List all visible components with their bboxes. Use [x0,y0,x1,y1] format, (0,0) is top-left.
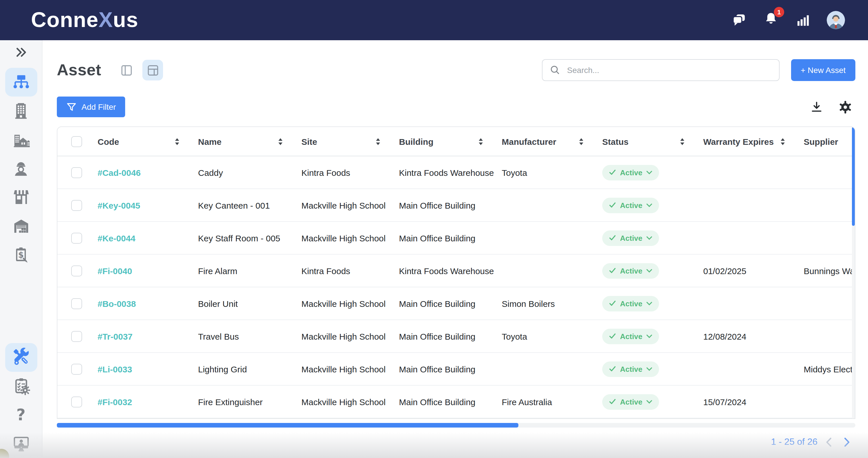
cell-supplier [798,320,856,352]
sort-icon[interactable] [175,138,180,145]
cell-code[interactable]: #Tr-0037 [92,320,192,352]
sidebar-item-work-orders[interactable] [5,372,37,401]
sort-icon[interactable] [278,138,283,145]
table-actions [809,99,856,115]
view-toggles [116,60,163,81]
column-header-code: Code [92,127,192,156]
select-all-header-cell [57,127,92,156]
notifications-button[interactable]: 1 [763,11,779,29]
chevron-right-icon[interactable] [839,434,854,449]
sort-icon[interactable] [375,138,381,145]
column-label-code: Code [98,137,119,146]
cell-warranty-expires [698,189,798,222]
add-filter-button[interactable]: Add Filter [57,96,125,117]
gear-icon[interactable] [838,99,853,115]
app-logo[interactable]: ConneXus [31,8,138,32]
sidebar-item-buildings[interactable] [5,96,37,125]
cell-supplier: Middys Electri [798,352,856,385]
row-checkbox[interactable] [71,265,82,276]
row-checkbox[interactable] [71,396,82,407]
table-row[interactable]: #Cad-0046CaddyKintra FoodsKintra Foods W… [57,156,856,189]
download-icon[interactable] [809,100,824,114]
cell-building: Main Office Building [393,385,496,418]
table-row[interactable]: #Fi-0032Fire ExtinguisherMackville High … [57,385,856,418]
cell-code[interactable]: #Fi-0040 [92,254,192,287]
cell-supplier [798,156,856,189]
status-badge[interactable]: Active [602,165,659,180]
status-badge[interactable]: Active [602,361,659,377]
sidebar-top-group: $ [5,68,37,269]
panel-left-view-button[interactable] [116,60,137,81]
new-asset-button[interactable]: + New Asset [791,59,856,81]
table-row[interactable]: #Fi-0040Fire AlarmKintra FoodsKintra Foo… [57,254,856,287]
status-label: Active [620,201,642,209]
cell-warranty-expires [698,222,798,254]
cell-code[interactable]: #Li-0033 [92,352,192,385]
status-badge[interactable]: Active [602,230,659,246]
cell-building: Main Office Building [393,287,496,320]
layout-grid-icon [146,63,160,77]
cell-code[interactable]: #Ke-0044 [92,222,192,254]
cell-site: Mackville High School [296,222,393,254]
bar-chart-icon[interactable] [795,12,811,28]
row-checkbox[interactable] [71,232,82,244]
panel-left-icon [120,63,133,77]
sort-icon[interactable] [780,138,785,145]
row-checkbox[interactable] [71,331,82,342]
vertical-scrollbar-thumb[interactable] [852,127,855,226]
row-select-cell [57,254,92,287]
select-all-checkbox[interactable] [71,136,82,147]
search-input[interactable] [566,65,772,75]
status-badge[interactable]: Active [602,296,659,311]
sidebar-item-remote-support[interactable] [5,429,37,458]
cell-manufacturer [496,352,596,385]
horizontal-scrollbar-thumb[interactable] [57,423,518,428]
sidebar-item-maintenance[interactable] [5,343,37,372]
cell-warranty-expires [698,352,798,385]
status-badge[interactable]: Active [602,263,659,279]
status-badge[interactable]: Active [602,394,659,409]
cell-code[interactable]: #Key-0045 [92,189,192,222]
sidebar-item-warehouse[interactable] [5,211,37,240]
status-badge[interactable]: Active [602,328,659,344]
sidebar-item-assets[interactable] [5,68,37,96]
sort-icon[interactable] [680,138,685,145]
sidebar-item-help[interactable]: ? [5,401,37,429]
sidebar-expand-button[interactable] [14,45,28,60]
cell-building: Main Office Building [393,189,496,222]
row-select-cell [57,287,92,320]
row-select-cell [57,222,92,254]
check-icon [609,333,616,339]
cell-code[interactable]: #Bo-0038 [92,287,192,320]
chevron-left-icon[interactable] [821,434,836,449]
table-row[interactable]: #Li-0033Lighting GridMackville High Scho… [57,352,856,385]
row-checkbox[interactable] [71,364,82,374]
cell-code[interactable]: #Fi-0032 [92,385,192,418]
sidebar-item-sites[interactable] [5,125,37,154]
row-checkbox[interactable] [71,200,82,210]
vertical-scrollbar[interactable] [852,127,855,418]
cell-name: Travel Bus [192,320,296,352]
clipboard-gear-icon [11,376,31,396]
layout-view-button[interactable] [143,60,163,81]
horizontal-scrollbar[interactable] [57,423,856,428]
row-select-cell [57,385,92,418]
sidebar-item-contractors[interactable] [5,154,37,183]
row-checkbox[interactable] [71,167,82,178]
cell-status: Active [596,156,698,189]
sort-icon[interactable] [478,138,484,145]
cell-building: Main Office Building [393,222,496,254]
row-checkbox[interactable] [71,298,82,309]
table-row[interactable]: #Ke-0044Key Staff Room - 005Mackville Hi… [57,222,856,254]
status-badge[interactable]: Active [602,197,659,213]
cell-code[interactable]: #Cad-0046 [92,156,192,189]
table-row[interactable]: #Bo-0038Boiler UnitMackville High School… [57,287,856,320]
table-row[interactable]: #Tr-0037Travel BusMackville High SchoolM… [57,320,856,352]
sort-icon[interactable] [579,138,584,145]
avatar[interactable] [827,11,845,29]
cell-supplier [798,189,856,222]
sidebar-item-suppliers[interactable] [5,183,37,211]
table-row[interactable]: #Key-0045Key Canteen - 001Mackville High… [57,189,856,222]
sidebar-item-invoices[interactable]: $ [5,240,37,269]
chat-icon[interactable] [731,12,747,28]
